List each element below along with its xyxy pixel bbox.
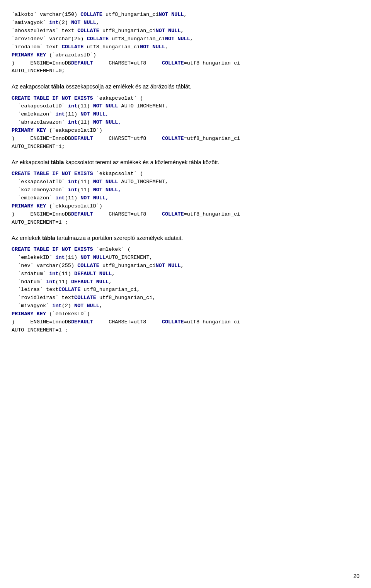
prose-az-2: Az ekkapcsolat (12, 159, 51, 165)
emlekek-code-block: CREATE TABLE IF NOT EXISTS `emlekek` ( `… (12, 246, 359, 335)
prose-az-3: Az emlekek (12, 235, 42, 241)
ekkapcsolat-prose-line: Az ekkapcsolat tábla kapcsolatot teremt … (12, 158, 359, 167)
prose-tabla-3: tábla (42, 235, 55, 241)
prose-rest-2: kapcsolatot teremt az emlékek és a közle… (64, 159, 219, 165)
eakapcsolat-code-block: CREATE TABLE IF NOT EXISTS `eakapcsolat`… (12, 95, 359, 151)
ekkapcsolat-code-block: CREATE TABLE IF NOT EXISTS `ekkapcsolat`… (12, 170, 359, 226)
prose-tabla-2: tábla (51, 159, 64, 165)
page-content: `alkoto` varchar(150) COLLATE utf8_hunga… (12, 11, 359, 335)
prose-tabla-1: tábla (51, 83, 64, 90)
prose-az-1: Az eakapcsolat (12, 83, 51, 90)
emlekek-prose-line: Az emlekek tábla tartalmazza a portálon … (12, 234, 359, 243)
eakapcsolat-prose-line: Az eakapcsolat tábla összekapcsolja az e… (12, 82, 359, 91)
prose-rest-1: összekapcsolja az emlékek és az ábrázolá… (64, 83, 191, 90)
prose-rest-3: tartalmazza a portálon szereplő személye… (55, 235, 183, 241)
top-code-block: `alkoto` varchar(150) COLLATE utf8_hunga… (12, 11, 359, 75)
